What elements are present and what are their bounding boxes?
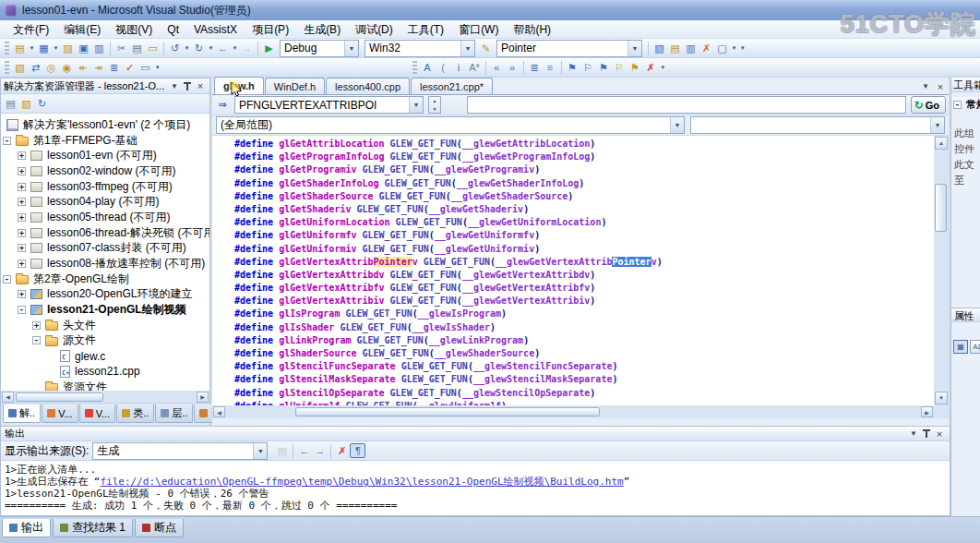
scope-combo[interactable]: (全局范围) ▼ xyxy=(216,116,685,134)
expand-icon[interactable]: + xyxy=(18,198,26,206)
explorer-dock-tab-0[interactable]: 解.. xyxy=(3,404,41,423)
menu-item-1[interactable]: 编辑(E) xyxy=(56,20,108,39)
expand-icon[interactable]: + xyxy=(32,321,41,330)
close-icon[interactable]: × xyxy=(194,80,207,92)
open-file-icon[interactable]: ▨ xyxy=(60,41,76,55)
tree-item[interactable]: +lesson01-evn (不可用) xyxy=(1,148,209,163)
code-line[interactable]: #define glGetVertexAttribfv GLEW_GET_FUN… xyxy=(234,282,934,295)
menu-item-8[interactable]: 工具(T) xyxy=(400,20,451,39)
chevron-down-icon[interactable]: ▼ xyxy=(930,117,944,133)
tree-item[interactable]: +lesson03-ffmpeg (不可用) xyxy=(1,179,209,195)
va-goto-back-icon[interactable]: ↞ xyxy=(75,60,90,75)
cut-icon[interactable]: ✂ xyxy=(114,41,129,55)
va-open-file-in-solution-icon[interactable]: ▧ xyxy=(12,60,28,75)
va-open-corresponding-file-icon[interactable]: ⇄ xyxy=(28,60,43,75)
tree-item[interactable]: +lesson20-OpenGL环境的建立 xyxy=(1,287,209,303)
tree-item[interactable]: +lesson04-play (不可用) xyxy=(1,194,209,210)
dock-tab-2[interactable]: 断点 xyxy=(135,519,184,537)
menu-item-9[interactable]: 窗口(W) xyxy=(451,20,506,39)
va-spell-check-icon[interactable]: ✓ xyxy=(122,60,137,75)
menu-item-0[interactable]: 文件(F) xyxy=(6,20,56,39)
code-line[interactable]: #define glGetAttribLocation GLEW_GET_FUN… xyxy=(234,138,934,151)
member-list-icon[interactable]: A xyxy=(420,60,436,75)
editor-vertical-scrollbar[interactable]: ▲ ▼ xyxy=(934,136,949,405)
prev-message-icon[interactable]: ← xyxy=(296,443,312,458)
quick-info-icon[interactable]: i xyxy=(451,60,467,75)
chevron-down-icon[interactable]: ▼ xyxy=(670,117,684,133)
editor-horizontal-scrollbar[interactable]: ◀ ▶ xyxy=(212,405,934,418)
tree-item[interactable]: 资源文件 xyxy=(1,380,209,391)
save-icon[interactable]: ▣ xyxy=(76,41,91,55)
explorer-dock-tab-4[interactable]: 层.. xyxy=(155,404,193,423)
expand-icon[interactable]: + xyxy=(18,259,26,268)
expand-icon[interactable]: + xyxy=(18,213,26,222)
chevron-down-icon[interactable]: ▼ xyxy=(409,97,423,113)
undo-icon[interactable]: ↺ xyxy=(167,41,183,55)
word-wrap-icon[interactable]: ¶ xyxy=(350,443,365,458)
code-line[interactable]: #define glGetProgramInfoLog GLEW_GET_FUN… xyxy=(234,151,934,163)
code-line[interactable]: #define glStencilMaskSeparate GLEW_GET_F… xyxy=(234,373,934,386)
va-list-methods-icon[interactable]: ≣ xyxy=(106,60,122,75)
code-line[interactable]: #define glGetVertexAttribdv GLEW_GET_FUN… xyxy=(234,269,934,282)
va-find-symbol-icon[interactable]: ✎ xyxy=(478,41,494,55)
paste-icon[interactable]: ▭ xyxy=(145,41,161,55)
menu-item-3[interactable]: Qt xyxy=(160,20,186,39)
properties-icon[interactable]: ▤ xyxy=(3,96,18,111)
code-line[interactable]: #define glGetShaderSource GLEW_GET_FUN(_… xyxy=(234,190,934,203)
scroll-right-icon[interactable]: ▶ xyxy=(921,406,933,417)
scroll-up-icon[interactable]: ▲ xyxy=(935,137,948,150)
collapse-icon[interactable]: - xyxy=(18,306,26,314)
dropdown-arrow-icon[interactable]: ▾ xyxy=(28,44,36,52)
va-clone-find-icon[interactable]: ◉ xyxy=(59,60,75,75)
dock-tab-0[interactable]: 输出 xyxy=(2,519,51,537)
menu-item-10[interactable]: 帮助(H) xyxy=(506,20,558,39)
next-message-icon[interactable]: → xyxy=(312,443,328,458)
code-line[interactable]: #define glIsProgram GLEW_GET_FUN(__glewI… xyxy=(234,308,934,320)
code-line[interactable]: #define glGetUniformfv GLEW_GET_FUN(__gl… xyxy=(234,229,934,242)
explorer-dock-tab-2[interactable]: V... xyxy=(79,404,116,423)
close-document-icon[interactable]: × xyxy=(934,80,947,92)
expand-icon[interactable]: + xyxy=(18,151,26,160)
solution-config-combo[interactable]: Debug▼ xyxy=(280,40,359,57)
dropdown-arrow-icon[interactable]: ▾ xyxy=(231,44,239,52)
scroll-left-icon[interactable]: ◀ xyxy=(2,392,14,403)
menu-item-5[interactable]: 项目(P) xyxy=(245,20,296,39)
va-find-combo[interactable]: Pointer▼ xyxy=(496,40,642,57)
solution-explorer-icon[interactable]: ▧ xyxy=(651,41,667,55)
editor-tab-lesson21.cpp[interactable]: lesson21.cpp* xyxy=(411,78,493,94)
menu-item-4[interactable]: VAssistX xyxy=(186,20,245,39)
navigate-forward-icon[interactable]: → xyxy=(239,41,255,55)
navigate-backward-icon[interactable]: ← xyxy=(215,41,231,55)
code-line[interactable]: #define glIsShader GLEW_GET_FUN(__glewIs… xyxy=(234,321,934,334)
menu-item-7[interactable]: 调试(D) xyxy=(348,20,400,39)
window-position-menu-icon[interactable]: ▼ xyxy=(907,428,920,440)
tree-item[interactable]: +lesson05-thread (不可用) xyxy=(1,210,209,225)
tree-item[interactable]: lesson21.cpp xyxy=(1,364,209,380)
close-icon[interactable]: × xyxy=(933,428,946,440)
chevron-down-icon[interactable]: ▼ xyxy=(253,443,267,459)
collapse-icon[interactable]: - xyxy=(32,336,41,344)
dropdown-arrow-icon[interactable]: ▾ xyxy=(183,44,191,52)
redo-icon[interactable]: ↻ xyxy=(191,41,207,55)
save-all-icon[interactable]: ▥ xyxy=(91,41,107,55)
code-line[interactable]: #define glStencilOpSeparate GLEW_GET_FUN… xyxy=(234,387,934,400)
code-line[interactable]: #define glGetUniformLocation GLEW_GET_FU… xyxy=(234,216,934,229)
pin-icon[interactable] xyxy=(181,80,194,92)
increase-indent-icon[interactable]: » xyxy=(505,60,520,75)
menu-item-2[interactable]: 视图(V) xyxy=(108,20,160,39)
new-project-icon[interactable]: ▤ xyxy=(12,41,28,55)
toolbar-overflow-icon[interactable]: ▾ xyxy=(156,64,160,71)
pin-icon[interactable] xyxy=(920,428,933,440)
toolbox-group-general[interactable]: - 常规 xyxy=(951,97,980,113)
symbol-spinner[interactable]: ▲▼ xyxy=(428,96,441,114)
tree-item[interactable]: 解决方案'lesson01-evn' (2 个项目) xyxy=(1,117,209,133)
code-line[interactable]: #define glGetUniformiv GLEW_GET_FUN(__gl… xyxy=(234,243,934,256)
code-line[interactable]: #define glGetVertexAttribPointerv GLEW_G… xyxy=(234,256,934,269)
code-line[interactable]: #define glGetProgramiv GLEW_GET_FUN(__gl… xyxy=(234,163,934,176)
collapse-icon[interactable]: - xyxy=(3,275,11,284)
code-line[interactable]: #define glStencilFuncSeparate GLEW_GET_F… xyxy=(234,360,934,373)
copy-icon[interactable]: ▤ xyxy=(129,41,145,55)
collapse-icon[interactable]: - xyxy=(953,101,962,109)
tree-item[interactable]: -第2章-OpenGL绘制 xyxy=(1,272,209,287)
tree-item[interactable]: +lesson06-thread-解决死锁 (不可用) xyxy=(1,225,209,241)
